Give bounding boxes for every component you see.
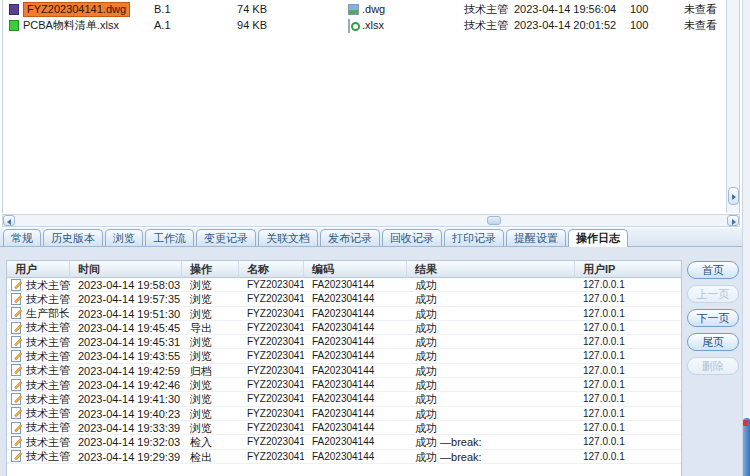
log-doc-name: FYZ2023041... xyxy=(239,335,304,348)
scroll-right-button[interactable] xyxy=(727,215,739,226)
log-user-cell: 生产部长 xyxy=(7,307,70,320)
file-modified-time: 2023-04-14 19:56:04 xyxy=(514,3,616,16)
log-table-row[interactable]: 技术主管 2023-04-14 19:45:45 导出 FYZ2023041..… xyxy=(7,321,681,335)
log-table-row[interactable]: 技术主管 2023-04-14 19:58:03 浏览 FYZ2023041..… xyxy=(7,278,681,292)
log-doc-code: FA202304144 xyxy=(304,335,407,348)
log-user-cell: 技术主管 xyxy=(7,421,70,434)
log-result: 成功 xyxy=(407,421,575,434)
log-table-row[interactable]: 技术主管 2023-04-14 19:45:31 浏览 FYZ2023041..… xyxy=(7,335,681,349)
log-result: 成功 xyxy=(407,364,575,377)
page-vertical-scrollbar[interactable] xyxy=(742,0,750,476)
log-time: 2023-04-14 19:42:59 xyxy=(70,364,182,377)
log-doc-name: FYZ2023041... xyxy=(239,349,304,362)
log-result: 成功 xyxy=(407,335,575,348)
file-panel-vertical-scrollbar[interactable] xyxy=(726,0,739,213)
log-time: 2023-04-14 19:43:55 xyxy=(70,349,182,362)
log-table-row[interactable]: 技术主管 2023-04-14 19:41:30 浏览 FYZ2023041..… xyxy=(7,392,681,406)
file-name[interactable]: PCBA物料清单.xlsx xyxy=(23,19,119,32)
tab[interactable]: 变更记录 xyxy=(196,229,256,246)
tab[interactable]: 历史版本 xyxy=(43,229,103,246)
tab[interactable]: 浏览 xyxy=(105,229,143,246)
log-user: 技术主管 xyxy=(26,392,70,405)
col-header-result[interactable]: 结果 xyxy=(407,261,575,278)
document-edit-icon xyxy=(11,322,23,334)
log-table-row[interactable]: 技术主管 2023-04-14 19:42:59 归档 FYZ2023041..… xyxy=(7,364,681,378)
log-result: 成功 xyxy=(407,307,575,320)
file-panel-horizontal-scrollbar[interactable] xyxy=(2,214,740,227)
tab[interactable]: 打印记录 xyxy=(444,229,504,246)
log-user-cell: 技术主管 xyxy=(7,349,70,362)
log-user-ip: 127.0.0.1 xyxy=(575,364,681,377)
file-name[interactable]: FYZ202304141.dwg xyxy=(23,2,130,17)
delete-button[interactable]: 删除 xyxy=(687,357,739,375)
scroll-arrow-button[interactable] xyxy=(728,187,739,205)
log-doc-code: FA202304144 xyxy=(304,292,407,305)
first-page-button[interactable]: 首页 xyxy=(687,261,739,279)
log-time: 2023-04-14 19:40:23 xyxy=(70,407,182,420)
tab[interactable]: 工作流 xyxy=(145,229,194,246)
file-ext: .dwg xyxy=(362,3,385,16)
last-page-button[interactable]: 尾页 xyxy=(687,333,739,351)
log-table-row[interactable]: 技术主管 2023-04-14 19:33:39 浏览 FYZ2023041..… xyxy=(7,421,681,435)
document-edit-icon xyxy=(11,450,23,462)
tab-label: 变更记录 xyxy=(204,232,248,244)
log-time: 2023-04-14 19:42:46 xyxy=(70,378,182,391)
tab[interactable]: 回收记录 xyxy=(382,229,442,246)
log-operation: 检入 xyxy=(182,435,239,448)
tab[interactable]: 提醒设置 xyxy=(506,229,566,246)
file-view-status: 未查看 xyxy=(684,3,717,16)
scroll-left-button[interactable] xyxy=(3,215,15,226)
log-user-ip: 127.0.0.1 xyxy=(575,421,681,434)
tab[interactable]: 操作日志 xyxy=(568,229,628,247)
log-doc-name: FYZ2023041... xyxy=(239,321,304,334)
col-header-operation[interactable]: 操作 xyxy=(182,261,239,278)
prev-page-button[interactable]: 上一页 xyxy=(687,285,739,303)
file-version: B.1 xyxy=(154,3,171,16)
log-table-row[interactable]: 技术主管 2023-04-14 19:29:39 检出 FYZ2023041..… xyxy=(7,450,681,464)
vertical-scroll-thumb[interactable] xyxy=(743,418,750,476)
log-user-ip: 127.0.0.1 xyxy=(575,321,681,334)
log-doc-name: FYZ2023041... xyxy=(239,278,304,291)
col-header-code[interactable]: 编码 xyxy=(304,261,407,278)
col-header-time[interactable]: 时间 xyxy=(70,261,182,278)
log-table-row[interactable]: 生产部长 2023-04-14 19:51:30 浏览 FYZ2023041..… xyxy=(7,307,681,321)
log-time: 2023-04-14 19:32:03 xyxy=(70,435,182,448)
log-result: 成功 xyxy=(407,378,575,391)
col-header-ip[interactable]: 用户IP xyxy=(575,261,681,278)
tab[interactable]: 常规 xyxy=(3,229,41,246)
log-result: 成功 xyxy=(407,349,575,362)
log-user-ip: 127.0.0.1 xyxy=(575,392,681,405)
dwg-file-icon xyxy=(9,4,19,15)
log-time: 2023-04-14 19:57:35 xyxy=(70,292,182,305)
log-operation: 浏览 xyxy=(182,392,239,405)
horizontal-scroll-thumb[interactable] xyxy=(487,216,501,225)
col-header-user[interactable]: 用户 xyxy=(7,261,70,278)
log-time: 2023-04-14 19:33:39 xyxy=(70,421,182,434)
col-header-name[interactable]: 名称 xyxy=(239,261,304,278)
file-modified-time: 2023-04-14 20:01:52 xyxy=(514,19,616,32)
log-result: 成功 —break: xyxy=(407,435,575,448)
log-doc-code: FA202304144 xyxy=(304,435,407,448)
log-time: 2023-04-14 19:41:30 xyxy=(70,392,182,405)
log-operation: 浏览 xyxy=(182,349,239,362)
log-doc-name: FYZ2023041... xyxy=(239,435,304,448)
tab-bar: 常规 历史版本 浏览 工作流 变更记录 关联文档 发布记录 回收记录 打印记录 … xyxy=(0,228,750,247)
log-doc-code: FA202304144 xyxy=(304,407,407,420)
log-doc-name: FYZ2023041... xyxy=(239,307,304,320)
file-row[interactable]: PCBA物料清单.xlsx A.1 94 KB .xlsx 技术主管 2023-… xyxy=(3,18,727,33)
tab[interactable]: 关联文档 xyxy=(258,229,318,246)
file-row[interactable]: FYZ202304141.dwg B.1 74 KB .dwg 技术主管 202… xyxy=(3,2,727,17)
log-table-row[interactable]: 技术主管 2023-04-14 19:43:55 浏览 FYZ2023041..… xyxy=(7,349,681,363)
log-table-row[interactable]: 技术主管 2023-04-14 19:40:23 浏览 FYZ2023041..… xyxy=(7,407,681,421)
log-result: 成功 xyxy=(407,292,575,305)
log-table-row[interactable]: 技术主管 2023-04-14 19:57:35 浏览 FYZ2023041..… xyxy=(7,292,681,306)
tab[interactable]: 发布记录 xyxy=(320,229,380,246)
log-table-row[interactable]: 技术主管 2023-04-14 19:42:46 浏览 FYZ2023041..… xyxy=(7,378,681,392)
next-page-button[interactable]: 下一页 xyxy=(687,309,739,327)
file-ext: .xlsx xyxy=(362,19,384,32)
log-time: 2023-04-14 19:45:31 xyxy=(70,335,182,348)
log-user-cell: 技术主管 xyxy=(7,292,70,305)
log-table-row[interactable]: 技术主管 2023-04-14 19:32:03 检入 FYZ2023041..… xyxy=(7,435,681,449)
log-user: 技术主管 xyxy=(26,292,70,305)
log-doc-name: FYZ2023041... xyxy=(239,407,304,420)
